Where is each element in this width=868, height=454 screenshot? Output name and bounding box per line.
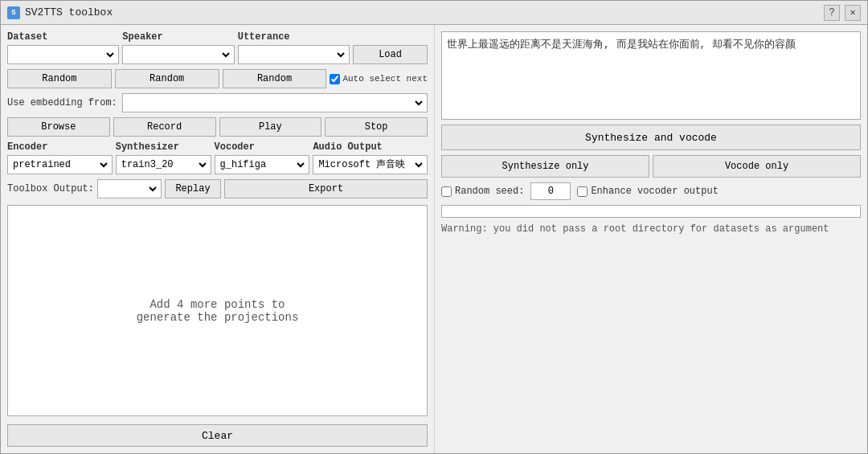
encoder-label: Encoder [7,141,113,153]
close-button[interactable]: ✕ [845,5,861,21]
dataset-select[interactable] [10,46,117,63]
play-button[interactable]: Play [219,117,322,137]
help-button[interactable]: ? [824,5,840,21]
synthesize-only-button[interactable]: Synthesize only [441,155,649,178]
clear-btn-row: Clear [7,424,428,447]
speaker-select[interactable] [125,46,231,63]
left-panel: Dataset Speaker Ut [1,25,435,453]
action-row: Browse Record Play Stop [7,117,428,137]
speaker-random-button[interactable]: Random [115,69,219,88]
load-col: Load [353,45,428,64]
enhance-vocoder-label[interactable]: Enhance vocoder output [577,186,718,197]
auto-select-checkbox[interactable] [330,74,340,84]
speaker-select-wrapper[interactable] [122,45,234,64]
projection-text: Add 4 more points togenerate the project… [137,298,299,324]
utterance-col: Utterance [238,31,350,64]
toolbox-output-label: Toolbox Output: [7,183,94,194]
load-button[interactable]: Load [353,45,428,64]
main-window: S SV2TTS toolbox ? ✕ Dataset [0,0,868,454]
dsu-row: Dataset Speaker Ut [7,31,428,64]
audio-select[interactable]: Microsoft 声音映 [315,156,425,174]
speaker-label: Speaker [122,31,234,43]
seed-row: Random seed: Enhance vocoder output [441,182,861,200]
window-title: SV2TTS toolbox [25,6,113,18]
dataset-random-col: Random [7,69,112,88]
utterance-random-button[interactable]: Random [223,69,327,88]
utterance-select[interactable] [240,46,347,63]
dataset-select-wrapper[interactable] [7,45,119,64]
browse-button[interactable]: Browse [7,117,110,137]
main-content: Dataset Speaker Ut [1,25,867,453]
synth-only-row: Synthesize only Vocode only [441,155,861,178]
utterance-random-col: Random [223,69,327,88]
utterance-select-wrapper[interactable] [238,45,350,64]
speaker-col: Speaker [122,31,234,64]
encoder-col: Encoder pretrained [7,141,113,174]
projection-area: Add 4 more points togenerate the project… [7,205,428,416]
random-seed-label[interactable]: Random seed: [441,186,524,197]
random-seed-checkbox[interactable] [441,186,452,197]
utterance-label: Utterance [238,31,350,43]
speaker-random-col: Random [115,69,219,88]
vocoder-col: Vocoder g_hifiga [215,141,310,174]
embedding-row: Use embedding from: [7,93,428,112]
vocoder-select-wrapper[interactable]: g_hifiga [215,155,310,174]
progress-bar [441,205,861,218]
export-button[interactable]: Export [224,179,428,198]
seed-input[interactable] [530,182,571,200]
record-button[interactable]: Record [113,117,216,137]
titlebar-left: S SV2TTS toolbox [7,6,113,19]
embedding-select[interactable] [125,94,425,112]
toolbox-output-select[interactable] [100,180,159,198]
synth-col: Synthesizer train3_20 [116,141,211,174]
auto-select-label[interactable]: Auto select next [330,74,428,84]
random-row: Random Random Random Auto select next [7,69,428,88]
right-panel: 世界上最遥远的距离不是天涯海角, 而是我站在你面前, 却看不见你的容颜 Synt… [435,25,867,453]
auto-select-col: Auto select next [330,69,428,88]
synthesizer-label: Synthesizer [116,141,211,153]
app-icon: S [7,6,20,19]
replay-button[interactable]: Replay [165,179,221,198]
embedding-select-wrapper[interactable] [122,93,428,112]
warning-text: Warning: you did not pass a root directo… [441,223,861,447]
stop-button[interactable]: Stop [325,117,428,137]
synth-select-wrapper[interactable]: train3_20 [116,155,211,174]
dataset-col: Dataset [7,31,119,64]
synth-select[interactable]: train3_20 [118,156,209,174]
titlebar-controls: ? ✕ [824,5,861,21]
audio-select-wrapper[interactable]: Microsoft 声音映 [313,155,428,174]
clear-button[interactable]: Clear [7,424,428,447]
esva-row: Encoder pretrained Synthesizer train3_20 [7,141,428,174]
dataset-label: Dataset [7,31,119,43]
enhance-vocoder-checkbox[interactable] [577,186,588,197]
audio-col: Audio Output Microsoft 声音映 [313,141,428,174]
vocoder-label: Vocoder [215,141,310,153]
embedding-label: Use embedding from: [7,97,117,108]
vocode-only-button[interactable]: Vocode only [653,155,861,178]
text-input[interactable]: 世界上最遥远的距离不是天涯海角, 而是我站在你面前, 却看不见你的容颜 [441,31,861,120]
dataset-random-button[interactable]: Random [7,69,112,88]
toolbox-output-select-wrapper[interactable] [97,179,162,198]
titlebar: S SV2TTS toolbox ? ✕ [1,1,867,25]
synthesize-vocode-button[interactable]: Synthesize and vocode [441,125,861,150]
vocoder-select[interactable]: g_hifiga [217,156,308,174]
encoder-select-wrapper[interactable]: pretrained [7,155,113,174]
encoder-select[interactable]: pretrained [10,156,110,174]
toolbox-row: Toolbox Output: Replay Export [7,179,428,198]
audio-output-label: Audio Output [313,141,428,153]
